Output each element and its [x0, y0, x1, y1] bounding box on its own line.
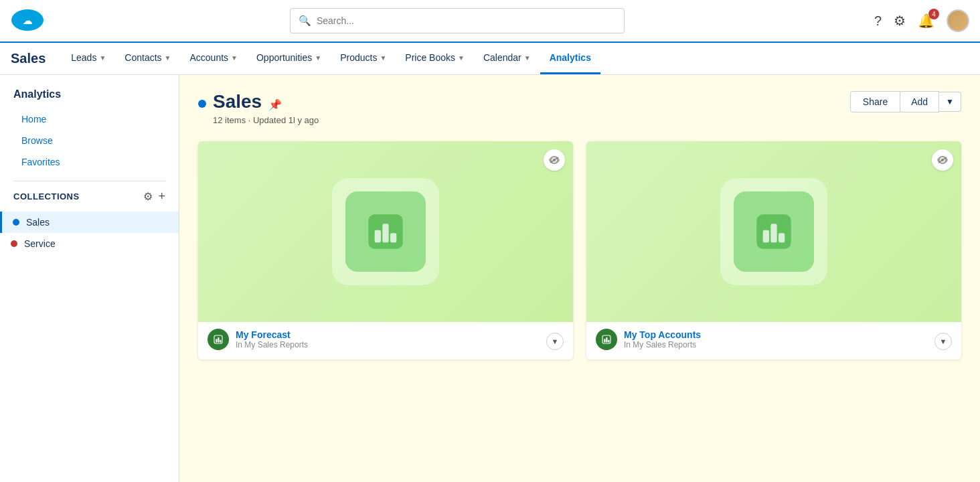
nav-item-price-books[interactable]: Price Books ▼ — [396, 43, 474, 74]
app-name: Sales — [11, 51, 46, 66]
notification-badge: 4 — [928, 9, 939, 19]
pin-icon[interactable]: 📌 — [268, 98, 282, 111]
topbar: ☁ 🔍 ? ⚙ 🔔 4 — [0, 0, 980, 43]
collection-item-sales[interactable]: Sales — [0, 212, 179, 233]
report-icon-wrap-top-accounts — [720, 178, 827, 285]
chevron-price-books: ▼ — [458, 54, 465, 62]
collections-header: Collections ⚙ + — [0, 189, 179, 212]
sidebar-item-favorites[interactable]: Favorites — [0, 151, 179, 173]
search-wrap: 🔍 — [51, 8, 864, 33]
report-icon-inner-top-accounts — [734, 191, 814, 272]
help-icon[interactable]: ? — [874, 13, 882, 29]
nav-item-opportunities[interactable]: Opportunities ▼ — [247, 43, 331, 74]
nav-label-analytics: Analytics — [550, 52, 591, 63]
chevron-contacts: ▼ — [165, 54, 171, 62]
report-chart-icon-top-accounts — [750, 208, 797, 255]
card-my-top-accounts: My Top Accounts In My Sales Reports ▼ — [586, 141, 961, 359]
svg-rect-15 — [779, 233, 785, 242]
content-subtitle: 12 items · Updated 1l y ago — [198, 115, 319, 125]
sidebar-item-browse[interactable]: Browse — [0, 130, 179, 151]
svg-rect-14 — [770, 224, 777, 242]
salesforce-logo[interactable]: ☁ — [11, 7, 51, 35]
card-footer-forecast: My Forecast In My Sales Reports ▼ — [198, 322, 573, 359]
svg-rect-9 — [218, 337, 219, 343]
card-sub-forecast: In My Sales Reports — [236, 340, 564, 349]
chevron-opportunities: ▼ — [315, 54, 321, 62]
avatar[interactable] — [947, 9, 969, 32]
chevron-accounts: ▼ — [231, 54, 238, 62]
notifications-icon[interactable]: 🔔 4 — [918, 13, 934, 29]
svg-rect-4 — [375, 230, 381, 243]
main-layout: Analytics Home Browse Favorites Collecti… — [0, 75, 980, 482]
card-footer-top-accounts: My Top Accounts In My Sales Reports ▼ — [586, 322, 961, 359]
sidebar-divider — [13, 181, 165, 181]
nav-item-accounts[interactable]: Accounts ▼ — [180, 43, 247, 74]
nav-label-accounts: Accounts — [189, 52, 228, 63]
collections-add-icon[interactable]: + — [158, 189, 165, 204]
page-title: Sales — [213, 91, 262, 112]
card-sub-top-accounts: In My Sales Reports — [624, 340, 952, 349]
chevron-leads: ▼ — [99, 54, 106, 62]
report-icon-wrap-forecast — [332, 178, 439, 285]
svg-rect-10 — [220, 340, 221, 343]
hide-icon-forecast[interactable] — [544, 149, 565, 171]
content-dot — [198, 100, 206, 108]
card-thumbnail-top-accounts — [586, 141, 961, 322]
content-actions: Share Add ▼ — [850, 91, 961, 112]
collection-dot-sales — [13, 219, 19, 226]
svg-rect-5 — [382, 224, 388, 242]
nav-item-calendar[interactable]: Calendar ▼ — [474, 43, 540, 74]
cards-grid: My Forecast In My Sales Reports ▼ — [198, 141, 961, 359]
collection-dot-service — [11, 240, 17, 247]
nav-item-products[interactable]: Products ▼ — [331, 43, 396, 74]
nav-item-leads[interactable]: Leads ▼ — [62, 43, 115, 74]
collections-settings-icon[interactable]: ⚙ — [143, 190, 153, 203]
nav-label-price-books: Price Books — [405, 52, 455, 63]
content-title-section: Sales 📌 12 items · Updated 1l y ago — [198, 91, 319, 125]
collection-label-service: Service — [24, 238, 56, 249]
nav-label-contacts: Contacts — [125, 52, 161, 63]
navbar: Sales Leads ▼ Contacts ▼ Accounts ▼ Oppo… — [0, 43, 980, 75]
sidebar-section-title: Analytics — [0, 88, 179, 108]
nav-label-leads: Leads — [71, 52, 96, 63]
card-footer-icon-forecast — [208, 329, 229, 350]
chevron-products: ▼ — [380, 54, 386, 62]
sidebar-item-home[interactable]: Home — [0, 108, 179, 130]
svg-rect-13 — [763, 230, 769, 243]
card-my-forecast: My Forecast In My Sales Reports ▼ — [198, 141, 573, 359]
chevron-calendar: ▼ — [524, 54, 531, 62]
sidebar: Analytics Home Browse Favorites Collecti… — [0, 75, 179, 482]
nav-item-analytics[interactable]: Analytics — [540, 43, 600, 74]
card-menu-forecast[interactable]: ▼ — [546, 333, 564, 350]
collection-label-sales: Sales — [26, 217, 50, 228]
svg-rect-19 — [608, 340, 609, 343]
card-name-forecast[interactable]: My Forecast — [236, 329, 564, 340]
nav-item-contacts[interactable]: Contacts ▼ — [115, 43, 180, 74]
nav-label-opportunities: Opportunities — [256, 52, 312, 63]
svg-rect-17 — [604, 339, 605, 342]
nav-label-products: Products — [340, 52, 377, 63]
add-dropdown-button[interactable]: ▼ — [939, 92, 961, 112]
nav-label-calendar: Calendar — [483, 52, 521, 63]
search-box: 🔍 — [290, 8, 625, 33]
card-menu-top-accounts[interactable]: ▼ — [934, 333, 952, 350]
search-input[interactable] — [317, 15, 616, 26]
topbar-icons: ? ⚙ 🔔 4 — [874, 9, 969, 32]
card-info-forecast: My Forecast In My Sales Reports — [236, 329, 564, 349]
svg-text:☁: ☁ — [23, 15, 32, 25]
svg-rect-8 — [216, 339, 217, 342]
content-header: Sales 📌 12 items · Updated 1l y ago Shar… — [198, 91, 961, 125]
card-footer-icon-top-accounts — [596, 329, 617, 350]
hide-icon-top-accounts[interactable] — [932, 149, 953, 171]
collection-item-service[interactable]: Service — [0, 233, 179, 254]
settings-icon[interactable]: ⚙ — [894, 13, 906, 29]
content-area: Sales 📌 12 items · Updated 1l y ago Shar… — [179, 75, 980, 482]
card-thumbnail-forecast — [198, 141, 573, 322]
add-button[interactable]: Add — [900, 91, 939, 112]
card-info-top-accounts: My Top Accounts In My Sales Reports — [624, 329, 952, 349]
content-title-wrap: Sales 📌 — [198, 91, 319, 112]
svg-rect-18 — [606, 337, 607, 343]
card-name-top-accounts[interactable]: My Top Accounts — [624, 329, 952, 340]
share-button[interactable]: Share — [850, 91, 900, 112]
nav-items: Leads ▼ Contacts ▼ Accounts ▼ Opportunit… — [62, 43, 600, 74]
